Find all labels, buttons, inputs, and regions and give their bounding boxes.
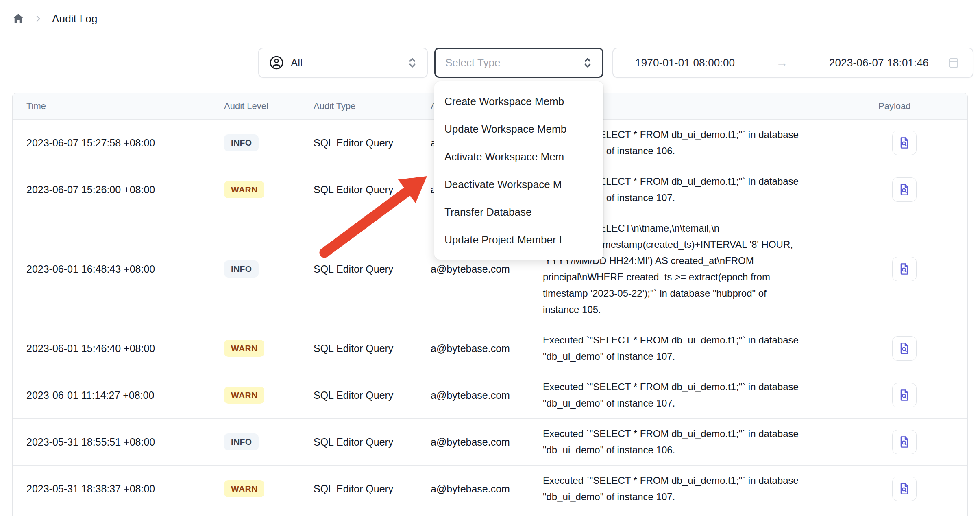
document-search-icon xyxy=(897,341,911,356)
date-range-start[interactable]: 1970-01-01 08:00:00 xyxy=(635,57,735,69)
table-row: 2023-05-31 18:38:37 +08:00 WARN SQL Edit… xyxy=(13,465,967,512)
column-header-payload: Payload xyxy=(868,101,967,112)
type-filter-placeholder: Select Type xyxy=(445,57,583,69)
type-option[interactable]: Activate Workspace Mem xyxy=(434,143,603,171)
cell-audit-type: SQL Editor Query xyxy=(314,389,431,401)
cell-time: 2023-06-07 15:27:58 +08:00 xyxy=(26,137,224,149)
type-filter-select[interactable]: Select Type xyxy=(434,48,603,78)
audit-level-badge: WARN xyxy=(224,340,264,357)
cell-payload xyxy=(868,383,967,407)
cell-audit-level: INFO xyxy=(224,134,314,151)
audit-level-badge: INFO xyxy=(224,433,259,450)
cell-audit-type: SQL Editor Query xyxy=(314,263,431,275)
cell-time: 2023-05-31 18:55:51 +08:00 xyxy=(26,436,224,448)
document-search-icon xyxy=(897,182,911,197)
cell-actor: a@bytebase.com xyxy=(431,389,543,401)
breadcrumb: Audit Log xyxy=(12,9,98,28)
cell-time: 2023-06-01 11:14:27 +08:00 xyxy=(26,389,224,401)
chevron-updown-icon xyxy=(583,56,592,70)
arrow-right-icon: → xyxy=(776,56,788,70)
cell-payload xyxy=(868,177,967,202)
cell-audit-type: SQL Editor Query xyxy=(314,343,431,354)
column-header-time: Time xyxy=(26,101,224,112)
cell-comment: Executed `"SELECT * FROM db_ui_demo.t1;"… xyxy=(543,332,868,365)
audit-level-badge: INFO xyxy=(224,134,259,151)
type-option[interactable]: Update Workspace Memb xyxy=(434,115,603,143)
column-header-audit-level: Audit Level xyxy=(224,101,314,112)
table-row: 2023-06-01 15:46:40 +08:00 WARN SQL Edit… xyxy=(13,325,967,372)
date-range-end[interactable]: 2023-06-07 18:01:46 xyxy=(829,57,929,69)
cell-time: 2023-05-31 18:38:37 +08:00 xyxy=(26,483,224,495)
calendar-icon xyxy=(947,56,960,70)
document-search-icon xyxy=(897,481,911,496)
date-range-picker[interactable]: 1970-01-01 08:00:00 → 2023-06-07 18:01:4… xyxy=(612,48,973,78)
cell-time: 2023-06-01 15:46:40 +08:00 xyxy=(26,343,224,354)
cell-audit-level: WARN xyxy=(224,181,314,198)
cell-comment: Executed `"SELECT * FROM db_ui_demo.t1;"… xyxy=(543,472,868,505)
cell-payload xyxy=(868,131,967,155)
home-icon[interactable] xyxy=(12,13,24,25)
cell-payload xyxy=(868,430,967,454)
cell-audit-type: SQL Editor Query xyxy=(314,137,431,149)
table-row: 2023-06-01 11:14:27 +08:00 WARN SQL Edit… xyxy=(13,372,967,418)
cell-time: 2023-06-01 16:48:43 +08:00 xyxy=(26,263,224,275)
user-circle-icon xyxy=(269,55,284,70)
user-filter-select[interactable]: All xyxy=(258,48,428,78)
column-header-audit-type: Audit Type xyxy=(314,101,431,112)
type-option[interactable]: Update Project Member I xyxy=(434,226,603,254)
table-row: 2023-05-31 18:55:51 +08:00 INFO SQL Edit… xyxy=(13,418,967,465)
payload-view-button[interactable] xyxy=(892,383,917,407)
audit-level-badge: WARN xyxy=(224,181,264,198)
cell-actor: a@bytebase.com xyxy=(431,263,543,275)
cell-audit-type: SQL Editor Query xyxy=(314,436,431,448)
type-option[interactable]: Deactivate Workspace M xyxy=(434,171,603,198)
document-search-icon xyxy=(897,136,911,150)
cell-audit-level: INFO xyxy=(224,260,314,278)
document-search-icon xyxy=(897,388,911,402)
cell-audit-level: WARN xyxy=(224,480,314,497)
payload-view-button[interactable] xyxy=(892,177,917,202)
chevron-right-icon xyxy=(35,14,41,24)
cell-audit-level: INFO xyxy=(224,433,314,450)
document-search-icon xyxy=(897,435,911,449)
audit-level-badge: WARN xyxy=(224,480,264,497)
type-filter-dropdown: Create Workspace MembUpdate Workspace Me… xyxy=(434,81,603,260)
cell-payload xyxy=(868,477,967,501)
cell-audit-level: WARN xyxy=(224,340,314,357)
cell-audit-type: SQL Editor Query xyxy=(314,483,431,495)
audit-level-badge: INFO xyxy=(224,260,259,278)
type-option[interactable]: Transfer Database xyxy=(434,198,603,226)
payload-view-button[interactable] xyxy=(892,257,917,281)
cell-actor: a@bytebase.com xyxy=(431,483,543,495)
chevron-updown-icon xyxy=(407,56,417,70)
user-filter-value: All xyxy=(291,57,401,69)
cell-audit-type: SQL Editor Query xyxy=(314,184,431,196)
payload-view-button[interactable] xyxy=(892,336,917,361)
page-title: Audit Log xyxy=(52,13,98,25)
payload-view-button[interactable] xyxy=(892,430,917,454)
cell-payload xyxy=(868,257,967,281)
table-row-partial xyxy=(13,512,967,516)
cell-actor: a@bytebase.com xyxy=(431,436,543,448)
document-search-icon xyxy=(897,262,911,276)
cell-payload xyxy=(868,336,967,361)
cell-comment: Executed `"SELECT * FROM db_ui_demo.t1;"… xyxy=(543,426,868,458)
payload-view-button[interactable] xyxy=(892,477,917,501)
type-option[interactable]: Create Workspace Memb xyxy=(434,87,603,115)
audit-level-badge: WARN xyxy=(224,387,264,404)
cell-time: 2023-06-07 15:26:00 +08:00 xyxy=(26,184,224,196)
cell-audit-level: WARN xyxy=(224,387,314,404)
cell-comment: Executed `"SELECT * FROM db_ui_demo.t1;"… xyxy=(543,379,868,411)
payload-view-button[interactable] xyxy=(892,131,917,155)
cell-actor: a@bytebase.com xyxy=(431,343,543,354)
